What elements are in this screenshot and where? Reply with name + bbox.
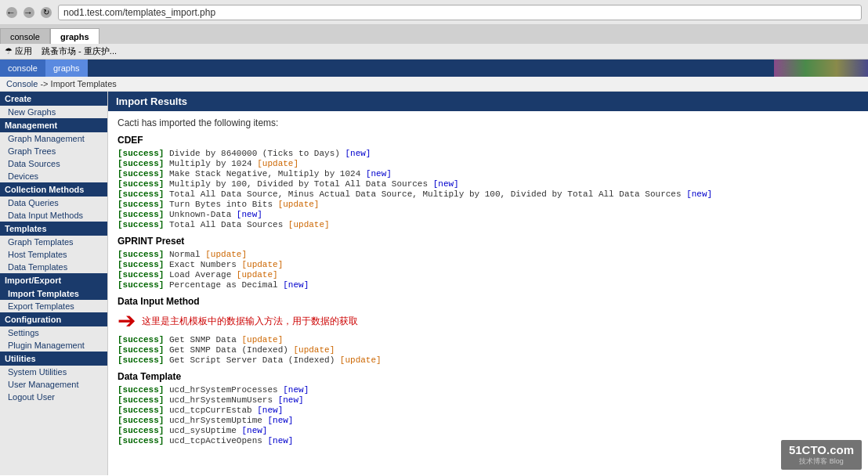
sidebar-section-management: Management <box>0 118 107 132</box>
sidebar-item-graph-templates[interactable]: Graph Templates <box>0 236 107 248</box>
result-dt-4: [success] ucd_hrSystemUptime [new] <box>118 416 859 425</box>
result-dim-3: [success] Get Script Server Data (Indexe… <box>118 355 859 365</box>
result-cdef-3: [success] Make Stack Negative, Multiply … <box>118 169 859 178</box>
cacti-tab-graphs[interactable]: graphs <box>45 60 88 77</box>
watermark-main: 51CTO.com <box>789 443 854 456</box>
address-bar[interactable]: nod1.test.com/templates_import.php <box>58 5 862 20</box>
sidebar-item-host-templates[interactable]: Host Templates <box>0 248 107 261</box>
result-cdef-2: [success] Multiply by 1024 [update] <box>118 159 859 168</box>
result-cdef-7: [success] Unknown-Data [new] <box>118 210 859 219</box>
sidebar-item-new-graphs[interactable]: New Graphs <box>0 106 107 118</box>
forward-button[interactable]: → <box>24 7 34 18</box>
content-intro: Cacti has imported the following items: <box>118 117 859 128</box>
cacti-header-banner <box>774 60 868 77</box>
sidebar-item-data-input-methods[interactable]: Data Input Methods <box>0 209 107 222</box>
sidebar-section-templates: Templates <box>0 222 107 236</box>
result-cdef-8: [success] Total All Data Sources [update… <box>118 220 859 229</box>
back-button[interactable]: ← <box>6 7 17 18</box>
main-layout: Create New Graphs Management Graph Manag… <box>0 92 868 475</box>
breadcrumb-separator: -> <box>40 79 50 88</box>
tab-console[interactable]: console <box>0 28 50 44</box>
sidebar-item-user-management[interactable]: User Management <box>0 378 107 391</box>
annotation-row: ➔ 这里是主机模板中的数据输入方法，用于数据的获取 <box>118 310 859 332</box>
sidebar-item-system-utilities[interactable]: System Utilities <box>0 366 107 378</box>
result-gprint-1: [success] Normal [update] <box>118 250 859 259</box>
cacti-tab-console[interactable]: console <box>0 60 45 77</box>
sidebar-item-logout-user[interactable]: Logout User <box>0 391 107 403</box>
sidebar-item-import-templates[interactable]: Import Templates <box>0 287 107 300</box>
content-header: Import Results <box>108 92 868 111</box>
breadcrumb-current: Import Templates <box>51 79 117 88</box>
result-gprint-4: [success] Percentage as Decimal [new] <box>118 280 859 290</box>
watermark: 51CTO.com 技术博客 Blog <box>781 440 862 470</box>
cacti-header: console graphs <box>0 60 868 77</box>
breadcrumb: Console -> Import Templates <box>0 77 868 92</box>
sidebar-item-graph-trees[interactable]: Graph Trees <box>0 145 107 157</box>
sidebar-item-export-templates[interactable]: Export Templates <box>0 300 107 312</box>
result-dim-2: [success] Get SNMP Data (Indexed) [updat… <box>118 345 859 355</box>
sidebar-section-create: Create <box>0 92 107 106</box>
result-cdef-5: [success] Total All Data Source, Minus A… <box>118 189 859 199</box>
result-dt-5: [success] ucd_sysUptime [new] <box>118 426 859 435</box>
browser-tabs: console graphs <box>0 25 868 44</box>
result-cdef-6: [success] Turn Bytes into Bits [update] <box>118 200 859 209</box>
content-area: Import Results Cacti has imported the fo… <box>108 92 868 475</box>
sidebar-item-settings[interactable]: Settings <box>0 326 107 339</box>
section-title-data-template: Data Template <box>118 371 859 382</box>
sidebar-section-utilities: Utilities <box>0 352 107 366</box>
content-body: Cacti has imported the following items: … <box>108 111 868 453</box>
bookmark-market: 跳蚤市场 - 重庆护... <box>42 45 117 57</box>
result-gprint-2: [success] Exact Numbers [update] <box>118 260 859 269</box>
browser-bar: ← → ↻ nod1.test.com/templates_import.php <box>0 0 868 25</box>
bookmark-apps: ☂ 应用 <box>5 45 32 57</box>
breadcrumb-console[interactable]: Console <box>6 79 38 88</box>
refresh-button[interactable]: ↻ <box>41 7 52 18</box>
result-dt-6: [success] ucd_tcpActiveOpens [new] <box>118 436 859 445</box>
sidebar-section-import-export: Import/Export <box>0 273 107 287</box>
sidebar: Create New Graphs Management Graph Manag… <box>0 92 108 475</box>
result-cdef-4: [success] Multiply by 100, Divided by To… <box>118 179 859 189</box>
result-gprint-3: [success] Load Average [update] <box>118 270 859 279</box>
sidebar-item-plugin-management[interactable]: Plugin Management <box>0 339 107 352</box>
result-dt-1: [success] ucd_hrSystemProcesses [new] <box>118 385 859 395</box>
sidebar-item-data-templates[interactable]: Data Templates <box>0 261 107 273</box>
result-cdef-1: [success] Divide by 8640000 (Ticks to Da… <box>118 149 859 158</box>
sidebar-item-data-queries[interactable]: Data Queries <box>0 197 107 209</box>
arrow-icon: ➔ <box>118 310 136 332</box>
sidebar-section-collection-methods: Collection Methods <box>0 182 107 197</box>
sidebar-item-graph-management[interactable]: Graph Management <box>0 132 107 145</box>
section-title-gprint: GPRINT Preset <box>118 236 859 247</box>
section-title-data-input-method: Data Input Method <box>118 296 859 307</box>
sidebar-item-devices[interactable]: Devices <box>0 170 107 182</box>
result-dim-1: [success] Get SNMP Data [update] <box>118 335 859 344</box>
bookmarks-bar: ☂ 应用 跳蚤市场 - 重庆护... <box>0 44 868 60</box>
sidebar-section-configuration: Configuration <box>0 312 107 326</box>
result-dt-2: [success] ucd_hrSystemNumUsers [new] <box>118 395 859 405</box>
watermark-sub: 技术博客 Blog <box>789 456 854 467</box>
section-title-cdef: CDEF <box>118 135 859 146</box>
annotation-text: 这里是主机模板中的数据输入方法，用于数据的获取 <box>142 315 358 328</box>
result-dt-3: [success] ucd_tcpCurrEstab [new] <box>118 406 859 415</box>
tab-graphs[interactable]: graphs <box>50 28 99 44</box>
sidebar-item-data-sources[interactable]: Data Sources <box>0 157 107 170</box>
